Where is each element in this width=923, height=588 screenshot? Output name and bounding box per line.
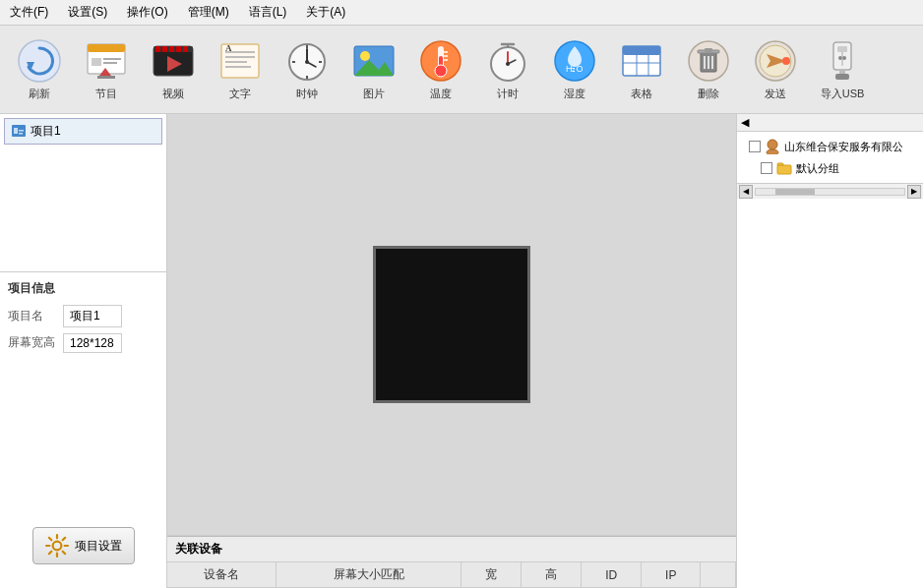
devices-header: 关联设备 [167,537,736,562]
tree-expand-icon[interactable]: ◀ [741,116,749,129]
center-panel: 关联设备 设备名 屏幕大小匹配 宽 高 ID IP [167,114,736,588]
associated-devices: 关联设备 设备名 屏幕大小匹配 宽 高 ID IP [167,536,736,588]
toolbar-humidity[interactable]: H₂O 湿度 [543,33,606,105]
info-size-value: 128*128 [63,333,122,353]
toolbar-import-usb[interactable]: 导入USB [811,33,874,105]
tree-company-label: 山东维合保安服务有限公 [784,140,902,154]
menu-settings[interactable]: 设置(S) [62,2,113,23]
svg-point-86 [767,149,778,154]
col-width: 宽 [461,562,521,588]
svg-point-46 [506,62,510,66]
scroll-left-arrow[interactable]: ◀ [739,185,753,199]
program-icon [84,38,129,84]
humidity-icon: H₂O [552,38,597,84]
info-size-label: 屏幕宽高 [8,334,59,351]
col-height: 高 [522,562,582,588]
tree-toolbar: ◀ [737,114,923,132]
project-item-label: 项目1 [31,123,61,140]
menu-language[interactable]: 语言(L) [243,2,293,23]
scroll-track[interactable] [755,188,905,196]
toolbar-text[interactable]: A 文字 [209,33,272,105]
left-panel: 项目1 项目信息 项目名 项目1 屏幕宽高 128*128 [0,114,167,588]
menu-manage[interactable]: 管理(M) [182,2,235,23]
info-name-value: 项目1 [63,305,122,327]
toolbar-program[interactable]: 节目 [75,33,138,105]
toolbar-clock[interactable]: 时钟 [276,33,338,105]
toolbar-temperature[interactable]: 温度 [409,33,472,105]
tree-container: 山东维合保安服务有限公 默认分组 [737,132,923,183]
project-settings-button[interactable]: 项目设置 [32,527,135,564]
table-icon [619,38,664,84]
project-info: 项目信息 项目名 项目1 屏幕宽高 128*128 [0,272,166,367]
company-icon [765,139,780,154]
menu-operation[interactable]: 操作(O) [121,2,173,23]
clock-icon [284,38,330,84]
menu-about[interactable]: 关于(A) [300,2,351,23]
temperature-icon [418,38,463,84]
svg-point-76 [52,542,61,551]
gear-icon [45,534,69,558]
svg-text:A: A [225,43,232,53]
col-extra [701,562,736,588]
svg-rect-73 [14,128,18,134]
send-icon [753,38,798,84]
svg-rect-3 [88,44,125,52]
svg-rect-87 [777,165,791,174]
svg-point-85 [768,140,777,149]
svg-rect-12 [162,46,167,52]
svg-rect-50 [623,46,660,55]
project-item-icon [11,124,27,140]
svg-point-70 [842,56,846,60]
info-size-row: 屏幕宽高 128*128 [8,333,158,353]
image-icon [351,38,397,84]
tree-company-item[interactable]: 山东维合保安服务有限公 [741,136,919,157]
svg-line-83 [62,538,65,541]
svg-rect-4 [92,58,101,66]
svg-rect-67 [839,70,845,74]
info-name-label: 项目名 [8,308,59,324]
toolbar-timer[interactable]: 计时 [476,33,539,105]
col-id: ID [582,562,642,588]
svg-rect-74 [19,130,24,132]
svg-point-69 [838,56,842,60]
scroll-right-arrow[interactable]: ▶ [907,185,921,199]
svg-rect-15 [183,46,188,52]
col-ip: IP [642,562,701,588]
toolbar-send[interactable]: 发送 [744,33,807,105]
svg-rect-5 [103,58,121,60]
svg-rect-57 [705,48,712,52]
menu-file[interactable]: 文件(F) [4,2,54,23]
svg-rect-68 [835,74,849,80]
info-name-row: 项目名 项目1 [8,305,158,327]
tree-group-checkbox[interactable] [761,162,772,174]
scroll-thumb [775,189,815,195]
right-scrollbar: ◀ ▶ [737,183,923,199]
svg-rect-11 [155,46,160,52]
toolbar-table[interactable]: 表格 [610,33,673,105]
svg-rect-14 [176,46,181,52]
main-area: 项目1 项目信息 项目名 项目1 屏幕宽高 128*128 [0,114,923,588]
right-panel: ◀ 山东维合保安服务有限公 默认分组 [736,114,923,588]
info-title: 项目信息 [8,280,158,297]
svg-text:H₂O: H₂O [566,64,584,74]
project-settings-label: 项目设置 [75,538,122,555]
toolbar: 刷新 节目 [0,26,923,114]
svg-rect-75 [19,133,23,135]
usb-icon [820,38,865,84]
tree-company-checkbox[interactable] [749,141,761,152]
svg-rect-66 [837,46,847,52]
project-list: 项目1 [0,114,166,272]
svg-point-32 [360,51,370,61]
delete-icon [686,38,731,84]
tree-default-group[interactable]: 默认分组 [741,157,919,179]
toolbar-video[interactable]: 视频 [142,33,205,105]
col-screen-match: 屏幕大小匹配 [277,562,462,588]
toolbar-refresh[interactable]: 刷新 [8,33,71,105]
toolbar-delete[interactable]: 删除 [677,33,740,105]
folder-icon [776,160,792,176]
project-item[interactable]: 项目1 [4,118,162,145]
col-device-name: 设备名 [167,562,277,588]
timer-icon [485,38,530,84]
toolbar-image[interactable]: 图片 [342,33,405,105]
video-icon [151,38,196,84]
